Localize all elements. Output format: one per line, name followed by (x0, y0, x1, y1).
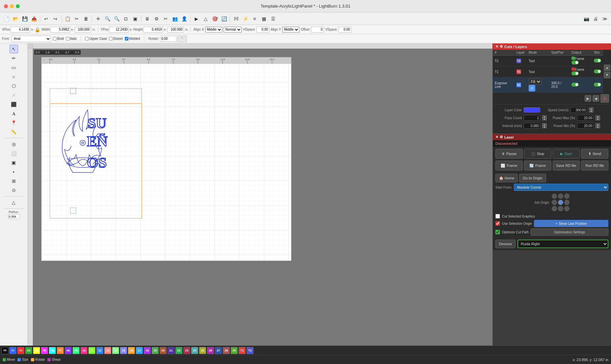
origin-dot-bl[interactable] (552, 206, 557, 211)
redo-button[interactable]: ↪ (51, 14, 60, 23)
width-pct-input[interactable] (75, 27, 91, 33)
interval-down-button[interactable]: ▼ (542, 126, 547, 128)
ungroup-button[interactable]: 👤 (180, 14, 188, 23)
palette-color-14[interactable]: 14 (112, 347, 119, 354)
pause-button[interactable]: ⏸ Pause (495, 149, 523, 159)
pencil-tool-button[interactable]: ✏ (10, 54, 18, 63)
palette-color-22[interactable]: 22 (175, 347, 182, 354)
palette-color-25[interactable]: 25 (199, 347, 206, 354)
palette-color-17[interactable]: 17 (136, 347, 143, 354)
laser-panel-header[interactable]: ✕ ⚙ Laser (493, 134, 611, 140)
cut-button[interactable]: ✂ (72, 14, 81, 23)
power-max-input[interactable] (577, 115, 594, 121)
home-button[interactable]: 🏠 Home (495, 174, 518, 182)
show-last-position-button[interactable]: + Show Last Position (534, 220, 608, 227)
layers-button[interactable]: ≡ (250, 14, 259, 23)
canvas-draw-area[interactable]: ✕ (33, 49, 492, 346)
palette-color-13[interactable]: 13 (104, 347, 111, 354)
path2-button[interactable]: △ (201, 14, 210, 23)
text-tool-button[interactable]: 𝐀 (10, 109, 18, 118)
grid-tool-button[interactable]: ⊞ (10, 177, 18, 185)
export-button[interactable]: 📤 (30, 14, 38, 23)
fill-select[interactable]: Fill (529, 78, 542, 85)
table-row[interactable]: T2 T2 Tool Frame (493, 56, 603, 66)
node-tool-button[interactable]: ⬛ (10, 100, 18, 109)
palette-color-T1[interactable]: T1 (238, 347, 246, 354)
palette-color-00[interactable]: 00 (1, 347, 9, 354)
t2-output-toggle[interactable] (571, 61, 579, 65)
palette-color-24[interactable]: 24 (191, 347, 198, 354)
palette-color-10[interactable]: 10 (80, 347, 88, 354)
nodes-button[interactable]: 𝕄 (232, 14, 240, 23)
palette-color-28[interactable]: 28 (223, 347, 230, 354)
pmin-up-button[interactable]: ▲ (596, 123, 600, 126)
t1-output-toggle[interactable] (571, 71, 579, 75)
palette-color-21[interactable]: 21 (167, 347, 175, 354)
origin-dot-mr[interactable] (564, 200, 569, 205)
font-select[interactable]: Arial (12, 36, 51, 42)
speed-up-button[interactable]: ▲ (589, 107, 594, 110)
triangle-tool-button[interactable]: △ (10, 198, 18, 207)
offset-input[interactable] (311, 27, 324, 33)
fill-c-button[interactable]: C (529, 85, 535, 91)
palette-color-19[interactable]: 19 (152, 347, 159, 354)
palette-color-26[interactable]: 26 (207, 347, 214, 354)
table-row[interactable]: Engrave Line 01 Fill C 300.0 / 20.0 (493, 77, 603, 93)
height-input[interactable] (143, 27, 163, 33)
cut-selected-checkbox[interactable] (495, 214, 500, 219)
line-tool-button[interactable]: ⟋ (10, 91, 18, 99)
normal-select[interactable]: Normal (224, 27, 242, 33)
align-x-select[interactable]: Middle (205, 27, 222, 33)
rect4-tool-button[interactable]: ▪ (10, 168, 18, 176)
interval-input[interactable] (524, 123, 540, 129)
align-button[interactable]: ☰ (269, 14, 277, 23)
palette-color-07[interactable]: 07 (57, 347, 64, 354)
run-rd-button[interactable]: Run RD file (581, 161, 608, 170)
maximize-button[interactable] (16, 4, 20, 8)
ypos-input[interactable] (109, 27, 129, 33)
origin-dot-mc[interactable] (558, 200, 563, 205)
zoom-in-button[interactable]: 🔍 (103, 14, 112, 23)
rotate-input[interactable] (160, 36, 177, 42)
pass-count-input[interactable] (524, 115, 540, 121)
expand-left-button[interactable]: ◀ (593, 95, 599, 102)
cuts-layers-header[interactable]: ✕ ⚙ Cuts / Layers (493, 43, 611, 50)
rotate2-button[interactable]: 🔄 (220, 14, 228, 23)
more-button[interactable]: ≫ (600, 14, 609, 23)
pmin-down-button[interactable]: ▼ (596, 126, 600, 128)
palette-color-23[interactable]: 23 (183, 347, 190, 354)
zoom-fit-button[interactable]: ⊡ (122, 14, 130, 23)
close-button[interactable] (4, 4, 8, 8)
speed-down-button[interactable]: ▼ (589, 110, 594, 113)
pmax-down-button[interactable]: ▼ (596, 118, 600, 120)
use-selection-checkbox[interactable] (495, 221, 500, 226)
distort-checkbox[interactable] (109, 37, 113, 40)
palette-color-15[interactable]: 15 (120, 347, 127, 354)
01-show-toggle[interactable] (594, 83, 601, 87)
palette-color-29[interactable]: 29 (231, 347, 238, 354)
palette-color-27[interactable]: 27 (215, 347, 222, 354)
bold-checkbox[interactable] (53, 37, 57, 40)
power-min-input[interactable] (577, 123, 594, 129)
start-button[interactable]: ▶ Start (553, 149, 580, 159)
expand-right-button[interactable]: ▶ (585, 95, 591, 102)
t2-show-toggle[interactable] (594, 59, 601, 63)
palette-color-06[interactable]: 06 (49, 347, 56, 354)
palette-color-05[interactable]: 05 (41, 347, 48, 354)
origin-dot-tl[interactable] (552, 194, 557, 199)
measure-tool-button[interactable]: 📏 (10, 128, 18, 136)
welded-checkbox[interactable] (125, 37, 128, 40)
hspace-input[interactable] (256, 27, 269, 33)
select-tool-button[interactable]: ↖ (10, 45, 18, 53)
frame-button-2[interactable]: 🔄 Frame (524, 161, 551, 170)
origin-dot-bc[interactable] (558, 206, 563, 211)
origin-dot-tc[interactable] (558, 194, 563, 199)
speed-input[interactable] (570, 107, 587, 113)
palette-color-08[interactable]: 08 (65, 347, 72, 354)
degrees-button[interactable]: ° (178, 36, 187, 42)
palette-color-12[interactable]: 12 (96, 347, 103, 354)
undo-button[interactable]: ↩ (42, 14, 50, 23)
print-button[interactable]: 🖨 (591, 14, 600, 23)
save-file-button[interactable]: 💾 (20, 14, 29, 23)
upper-case-checkbox[interactable] (85, 37, 89, 40)
